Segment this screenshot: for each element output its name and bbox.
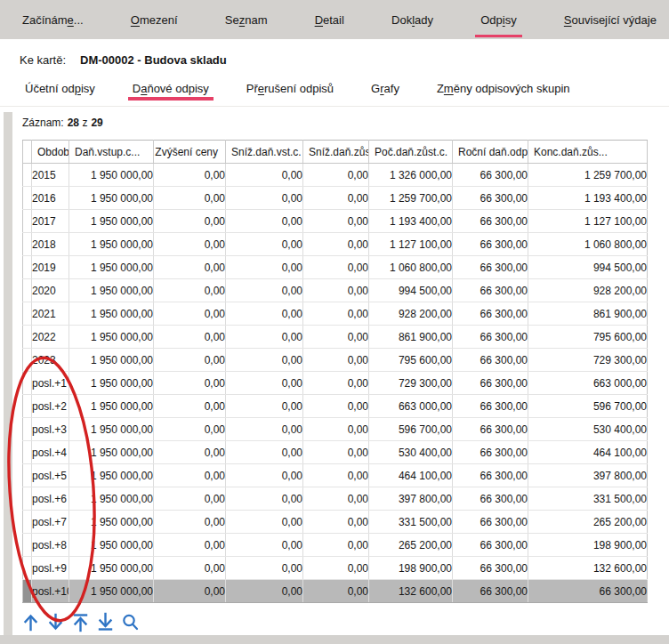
- value-cell[interactable]: 1 950 000,00: [69, 511, 154, 534]
- period-cell[interactable]: 2017: [32, 210, 69, 233]
- value-cell[interactable]: 0,00: [303, 302, 369, 326]
- value-cell[interactable]: 0,00: [154, 233, 226, 256]
- value-cell[interactable]: 0,00: [154, 395, 226, 418]
- period-cell[interactable]: posl.+10: [32, 580, 69, 603]
- period-cell[interactable]: posl.+9: [32, 557, 69, 580]
- value-cell[interactable]: 66 300,00: [453, 418, 528, 441]
- value-cell[interactable]: 66 300,00: [453, 349, 528, 372]
- value-cell[interactable]: 0,00: [226, 326, 303, 349]
- value-cell[interactable]: 0,00: [303, 487, 369, 511]
- value-cell[interactable]: 1 950 000,00: [69, 464, 154, 487]
- value-cell[interactable]: 729 300,00: [528, 349, 648, 372]
- value-cell[interactable]: 0,00: [226, 302, 303, 326]
- value-cell[interactable]: 0,00: [226, 511, 303, 534]
- period-cell[interactable]: 2015: [32, 164, 69, 187]
- value-cell[interactable]: 66 300,00: [453, 326, 528, 349]
- value-cell[interactable]: 66 300,00: [453, 302, 528, 326]
- tab-detail[interactable]: Detail: [315, 1, 344, 39]
- value-cell[interactable]: 0,00: [154, 464, 226, 487]
- value-cell[interactable]: 1 950 000,00: [69, 487, 154, 511]
- value-cell[interactable]: 66 300,00: [453, 441, 528, 464]
- value-cell[interactable]: 132 600,00: [528, 557, 648, 580]
- value-cell[interactable]: 0,00: [154, 487, 226, 511]
- value-cell[interactable]: 0,00: [154, 210, 226, 233]
- value-cell[interactable]: 265 200,00: [528, 511, 648, 534]
- value-cell[interactable]: 0,00: [303, 187, 369, 210]
- value-cell[interactable]: 1 060 800,00: [369, 256, 453, 279]
- value-cell[interactable]: 1 950 000,00: [69, 580, 154, 603]
- value-cell[interactable]: 1 950 000,00: [69, 372, 154, 395]
- table-row[interactable]: posl.+31 950 000,000,000,000,00596 700,0…: [23, 418, 648, 441]
- value-cell[interactable]: 0,00: [303, 349, 369, 372]
- tab-zaciname[interactable]: Začínáme...: [22, 1, 84, 39]
- tab-souvisejici-vydaje[interactable]: Související výdaje: [564, 1, 657, 39]
- value-cell[interactable]: 1 950 000,00: [69, 210, 154, 233]
- value-cell[interactable]: 66 300,00: [453, 395, 528, 418]
- value-cell[interactable]: 1 193 400,00: [528, 187, 648, 210]
- table-row[interactable]: 20191 950 000,000,000,000,001 060 800,00…: [23, 256, 648, 279]
- value-cell[interactable]: 1 950 000,00: [69, 418, 154, 441]
- value-cell[interactable]: 0,00: [303, 233, 369, 256]
- value-cell[interactable]: 66 300,00: [453, 580, 528, 603]
- value-cell[interactable]: 1 950 000,00: [69, 233, 154, 256]
- value-cell[interactable]: 66 300,00: [453, 372, 528, 395]
- value-cell[interactable]: 663 000,00: [528, 372, 648, 395]
- period-cell[interactable]: posl.+5: [32, 464, 69, 487]
- tab-seznam[interactable]: Seznam: [225, 1, 268, 39]
- value-cell[interactable]: 66 300,00: [453, 164, 528, 187]
- period-cell[interactable]: posl.+7: [32, 511, 69, 534]
- value-cell[interactable]: 0,00: [154, 372, 226, 395]
- value-cell[interactable]: 861 900,00: [528, 302, 648, 326]
- value-cell[interactable]: 66 300,00: [453, 279, 528, 302]
- value-cell[interactable]: 596 700,00: [528, 395, 648, 418]
- value-cell[interactable]: 795 600,00: [369, 349, 453, 372]
- table-row[interactable]: 20161 950 000,000,000,000,001 259 700,00…: [23, 187, 648, 210]
- value-cell[interactable]: 0,00: [226, 256, 303, 279]
- table-row[interactable]: posl.+41 950 000,000,000,000,00530 400,0…: [23, 441, 648, 464]
- value-cell[interactable]: 66 300,00: [453, 210, 528, 233]
- value-cell[interactable]: 0,00: [154, 256, 226, 279]
- subtab-zmeny-odpisovych-skupin[interactable]: Změny odpisových skupin: [437, 82, 570, 95]
- column-header-3[interactable]: Zvýšení ceny: [154, 141, 226, 164]
- value-cell[interactable]: 0,00: [226, 372, 303, 395]
- period-cell[interactable]: posl.+1: [32, 372, 69, 395]
- value-cell[interactable]: 0,00: [226, 187, 303, 210]
- subtab-grafy[interactable]: Grafy: [371, 82, 399, 95]
- column-header-4[interactable]: Sníž.daň.vst.c.: [226, 141, 303, 164]
- tab-odpisy[interactable]: Odpisy: [480, 1, 516, 39]
- value-cell[interactable]: 0,00: [226, 395, 303, 418]
- value-cell[interactable]: 1 950 000,00: [69, 534, 154, 557]
- value-cell[interactable]: 0,00: [226, 534, 303, 557]
- value-cell[interactable]: 1 259 700,00: [528, 164, 648, 187]
- table-row[interactable]: 20221 950 000,000,000,000,00861 900,0066…: [23, 326, 648, 349]
- last-record-button[interactable]: [96, 612, 115, 632]
- period-cell[interactable]: 2022: [32, 326, 69, 349]
- table-row[interactable]: posl.+11 950 000,000,000,000,00729 300,0…: [23, 372, 648, 395]
- value-cell[interactable]: 1 950 000,00: [69, 187, 154, 210]
- period-cell[interactable]: 2023: [32, 349, 69, 372]
- value-cell[interactable]: 0,00: [154, 279, 226, 302]
- value-cell[interactable]: 0,00: [226, 349, 303, 372]
- value-cell[interactable]: 0,00: [303, 557, 369, 580]
- value-cell[interactable]: 0,00: [303, 326, 369, 349]
- next-record-button[interactable]: [46, 612, 65, 632]
- value-cell[interactable]: 0,00: [303, 511, 369, 534]
- value-cell[interactable]: 0,00: [303, 580, 369, 603]
- value-cell[interactable]: 0,00: [303, 210, 369, 233]
- value-cell[interactable]: 0,00: [226, 487, 303, 511]
- value-cell[interactable]: 0,00: [226, 441, 303, 464]
- table-row[interactable]: posl.+101 950 000,000,000,000,00132 600,…: [23, 580, 648, 603]
- value-cell[interactable]: 0,00: [154, 580, 226, 603]
- period-cell[interactable]: 2016: [32, 187, 69, 210]
- value-cell[interactable]: 729 300,00: [369, 372, 453, 395]
- column-header-2[interactable]: Daň.vstup.c...: [69, 141, 154, 164]
- value-cell[interactable]: 66 300,00: [453, 534, 528, 557]
- value-cell[interactable]: 1 950 000,00: [69, 349, 154, 372]
- value-cell[interactable]: 0,00: [154, 534, 226, 557]
- value-cell[interactable]: 0,00: [154, 302, 226, 326]
- previous-record-button[interactable]: [21, 612, 40, 632]
- value-cell[interactable]: 132 600,00: [369, 580, 453, 603]
- value-cell[interactable]: 1 060 800,00: [528, 233, 648, 256]
- subtab-preruseni-odpisu[interactable]: Přerušení odpisů: [246, 82, 334, 95]
- value-cell[interactable]: 0,00: [226, 233, 303, 256]
